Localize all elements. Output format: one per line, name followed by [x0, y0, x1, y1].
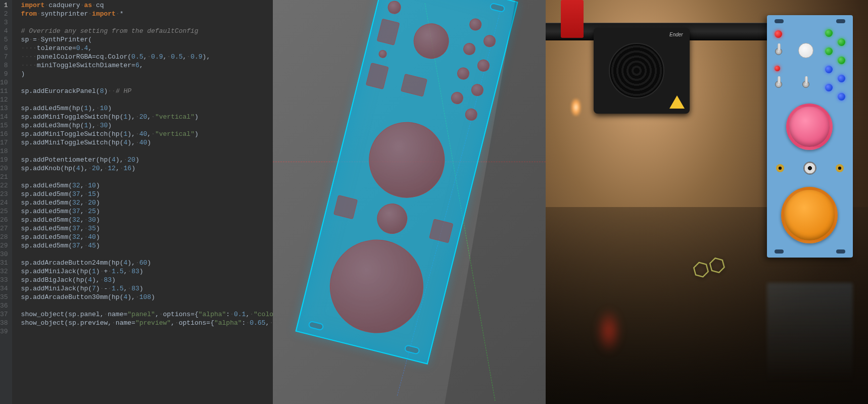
arcade-button-pink [786, 104, 833, 150]
component-arcade-button [320, 230, 433, 343]
mount-hole [489, 3, 505, 13]
mount-slot [775, 249, 784, 254]
component-minijack [429, 219, 453, 243]
component-led [462, 42, 476, 57]
led-green [838, 38, 845, 46]
hotend-shroud: Ender [594, 28, 690, 114]
component-toggle [401, 74, 427, 97]
mount-slot [775, 19, 784, 23]
toggle-switch [775, 48, 782, 55]
component-led [470, 83, 485, 97]
toggle-switch [802, 81, 809, 88]
mini-jack [776, 164, 784, 172]
reflection-glow [596, 308, 621, 354]
component-toggle [366, 63, 389, 89]
line-number-gutter: 1234567891011121314151617181920212223242… [0, 0, 12, 404]
component-knob [410, 20, 453, 63]
led-blue [825, 66, 833, 73]
printer-brand-label: Ender [669, 32, 683, 37]
hot-warning-icon [669, 95, 685, 109]
mount-slot [836, 249, 845, 254]
arcade-button-orange [781, 187, 838, 243]
led-red [775, 30, 782, 38]
component-toggle [376, 19, 400, 45]
hotend-bracket [561, 0, 584, 38]
toggle-switch [775, 81, 782, 88]
photo-panel: Ender ⬡⬡ [546, 0, 868, 404]
component-led [476, 58, 491, 73]
fan-grill [609, 43, 664, 98]
component-led [464, 107, 478, 122]
led-red [775, 66, 780, 71]
component-led [378, 49, 388, 59]
led-green [825, 29, 833, 37]
mount-hole [308, 321, 324, 331]
cad-viewer-panel[interactable] [273, 0, 546, 404]
panel-reflection [767, 283, 853, 384]
component-led [456, 66, 470, 81]
component-led [450, 91, 464, 106]
printer-gantry: Ender [546, 0, 803, 101]
nozzle-glow [571, 98, 581, 116]
led-blue [838, 93, 845, 100]
printed-test-piece: ⬡⬡ [690, 255, 717, 280]
led-green [838, 57, 845, 64]
component-led [387, 0, 403, 15]
component-led [482, 34, 497, 48]
mini-jack [836, 164, 844, 172]
code-editor-panel: 1234567891011121314151617181920212223242… [0, 0, 273, 404]
printed-eurorack-panel [767, 15, 853, 258]
component-arcade-button [361, 114, 453, 206]
component-bigjack [374, 200, 411, 237]
rendered-panel-model [295, 0, 518, 365]
potentiometer-knob [798, 43, 813, 58]
big-jack [803, 162, 816, 175]
led-blue [825, 84, 833, 91]
component-led [468, 17, 483, 32]
component-minijack [333, 195, 358, 219]
mount-hole [404, 344, 420, 355]
led-green [825, 47, 833, 55]
led-blue [838, 75, 845, 82]
mount-slot [836, 19, 845, 23]
